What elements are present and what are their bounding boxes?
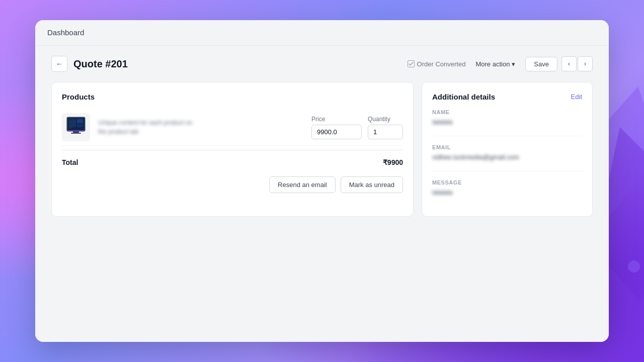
- back-button[interactable]: ←: [51, 56, 67, 72]
- edit-link[interactable]: Edit: [571, 93, 582, 101]
- chevron-down-icon: ▾: [512, 60, 515, 68]
- message-field: MESSAGE lalalala: [432, 179, 582, 196]
- main-grid: Products: [51, 82, 593, 217]
- email-field-value: vidhee.luckmedia@gmail.com: [432, 153, 582, 161]
- quote-title: Quote #201: [73, 58, 128, 70]
- divider-2: [432, 171, 582, 171]
- message-field-value: lalalala: [432, 189, 582, 196]
- quote-header-left: ← Quote #201: [51, 56, 128, 72]
- products-panel-title: Products: [62, 93, 403, 101]
- svg-rect-4: [69, 119, 76, 127]
- divider-1: [432, 136, 582, 136]
- prev-button[interactable]: ‹: [561, 56, 577, 71]
- order-converted-badge: Order Converted: [408, 60, 466, 68]
- quantity-field-group: Quantity: [368, 116, 403, 139]
- price-field-group: Price: [311, 116, 362, 139]
- total-label: Total: [62, 158, 78, 166]
- name-field-value: lalalala: [432, 118, 582, 126]
- svg-rect-6: [77, 124, 83, 127]
- nav-arrows: ‹ ›: [561, 56, 593, 71]
- main-window: Dashboard ← Quote #201 Order Converted: [35, 20, 609, 342]
- content-area: ← Quote #201 Order Converted More action…: [35, 46, 609, 342]
- order-converted-label: Order Converted: [417, 60, 466, 68]
- back-arrow-icon: ←: [56, 60, 63, 68]
- quote-header: ← Quote #201 Order Converted More action…: [51, 56, 593, 72]
- details-panel-title: Additional details: [432, 93, 495, 101]
- quantity-input[interactable]: [368, 125, 403, 139]
- converted-checkbox-icon: [408, 60, 415, 67]
- action-buttons: Resend an email Mark as unread: [62, 170, 403, 193]
- svg-point-1: [628, 260, 640, 273]
- prev-arrow-icon: ‹: [568, 60, 570, 67]
- resend-email-button[interactable]: Resend an email: [269, 176, 336, 193]
- svg-rect-10: [73, 131, 79, 133]
- message-field-label: MESSAGE: [432, 179, 582, 186]
- product-description: Unique content for each product on the p…: [98, 118, 303, 136]
- additional-details-panel: Additional details Edit NAME lalalala EM…: [422, 82, 593, 217]
- next-button[interactable]: ›: [578, 56, 593, 71]
- product-desc-line1: Unique content for each product on: [98, 119, 192, 126]
- product-image: [62, 113, 90, 141]
- total-row: Total ₹9900: [62, 150, 403, 170]
- svg-rect-11: [71, 133, 81, 134]
- price-label: Price: [311, 116, 362, 123]
- more-action-button[interactable]: More action ▾: [469, 57, 521, 71]
- total-amount: ₹9900: [383, 158, 403, 166]
- quote-header-right: Order Converted More action ▾ Save ‹ ›: [408, 56, 593, 71]
- product-desc-line2: the product tab: [98, 128, 138, 135]
- email-field: EMAIL vidhee.luckmedia@gmail.com: [432, 144, 582, 161]
- product-fields: Price Quantity: [311, 116, 403, 139]
- name-field: NAME lalalala: [432, 109, 582, 126]
- svg-rect-5: [77, 119, 83, 123]
- dashboard-title: Dashboard: [47, 28, 84, 37]
- name-field-label: NAME: [432, 109, 582, 115]
- details-panel-header: Additional details Edit: [432, 93, 582, 101]
- more-action-label: More action: [475, 60, 510, 68]
- next-arrow-icon: ›: [584, 60, 586, 67]
- dashboard-header: Dashboard: [35, 20, 609, 46]
- products-panel: Products: [51, 82, 414, 217]
- save-button[interactable]: Save: [525, 57, 557, 71]
- quantity-label: Quantity: [368, 116, 403, 123]
- email-field-label: EMAIL: [432, 144, 582, 150]
- product-row: Unique content for each product on the p…: [62, 109, 403, 146]
- svg-rect-9: [67, 130, 85, 131]
- mark-as-unread-button[interactable]: Mark as unread: [341, 176, 403, 193]
- price-input[interactable]: [311, 125, 362, 139]
- svg-point-8: [70, 127, 71, 128]
